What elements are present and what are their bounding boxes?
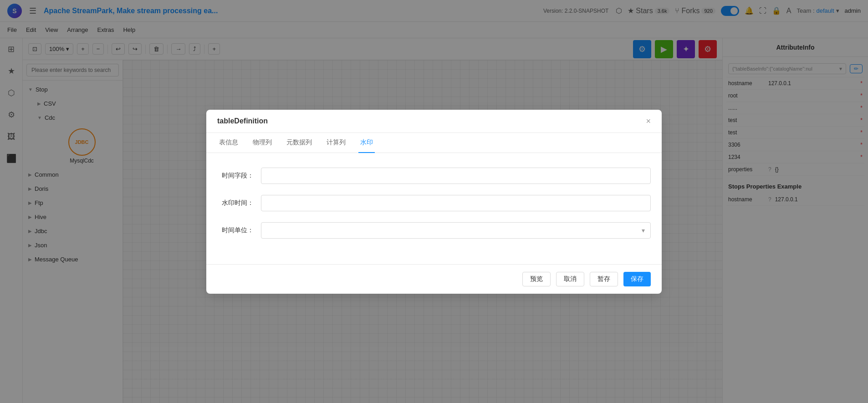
save-to-temp-button[interactable]: 暂存 [590, 272, 618, 286]
save-button[interactable]: 保存 [623, 272, 651, 286]
modal-title: tableDefinition [217, 117, 268, 125]
modal-close-button[interactable]: × [646, 117, 651, 125]
watermark-time-row: 水印时间： [217, 195, 651, 211]
modal-overlay: tableDefinition × 表信息 物理列 元数据列 计算列 水印 时间… [0, 0, 868, 403]
watermark-time-input[interactable] [261, 195, 651, 211]
modal-footer: 预览 取消 暂存 保存 [206, 264, 662, 294]
time-unit-select[interactable]: ▾ [261, 222, 651, 239]
time-field-label: 时间字段： [217, 172, 254, 180]
time-field-input[interactable] [261, 168, 651, 184]
tab-physical-columns[interactable]: 物理列 [251, 133, 274, 153]
tab-table-info[interactable]: 表信息 [217, 133, 240, 153]
tab-metadata-columns[interactable]: 元数据列 [285, 133, 314, 153]
modal-tabs: 表信息 物理列 元数据列 计算列 水印 [206, 133, 662, 153]
time-unit-row: 时间单位： ▾ [217, 222, 651, 239]
tab-watermark[interactable]: 水印 [358, 133, 375, 153]
modal: tableDefinition × 表信息 物理列 元数据列 计算列 水印 时间… [206, 110, 662, 294]
time-unit-label: 时间单位： [217, 226, 254, 235]
preview-button[interactable]: 预览 [522, 272, 551, 286]
cancel-button[interactable]: 取消 [556, 272, 584, 286]
time-unit-dropdown-arrow: ▾ [642, 227, 645, 234]
tab-computed-columns[interactable]: 计算列 [325, 133, 347, 153]
modal-body: 时间字段： 水印时间： 时间单位： ▾ [206, 153, 662, 264]
time-field-row: 时间字段： [217, 168, 651, 184]
watermark-time-label: 水印时间： [217, 199, 254, 207]
modal-header: tableDefinition × [206, 110, 662, 133]
